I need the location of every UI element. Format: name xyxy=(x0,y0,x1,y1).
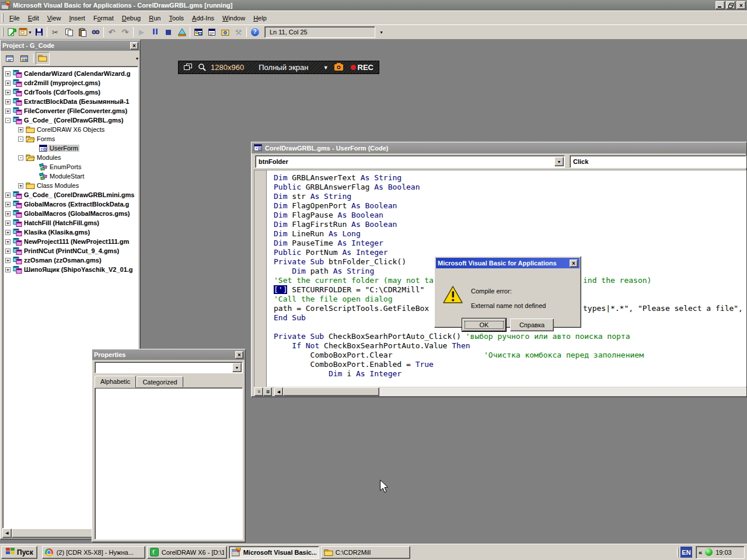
tree-expand-toggle[interactable]: - xyxy=(5,118,11,123)
tree-item[interactable]: +HatchFill (HatchFill.gms) xyxy=(3,218,138,228)
window-titlebar[interactable]: Microsoft Visual Basic for Applications … xyxy=(0,0,747,10)
tree-expand-toggle[interactable]: + xyxy=(5,108,11,114)
properties-panel-titlebar[interactable]: Properties × xyxy=(92,349,245,360)
recorder-magnifier-icon[interactable] xyxy=(198,63,206,72)
start-button[interactable]: Пуск xyxy=(1,546,37,559)
menu-view[interactable]: View xyxy=(43,12,65,24)
view-object-button[interactable] xyxy=(17,52,31,65)
tree-item[interactable]: +NewProject111 (NewProject111.gm xyxy=(3,237,138,246)
combo-dropdown-icon[interactable]: ▼ xyxy=(232,363,242,372)
code-hscroll-track[interactable] xyxy=(379,387,746,396)
event-combo[interactable]: Click xyxy=(570,155,746,168)
menu-window[interactable]: Window xyxy=(218,12,249,24)
tree-item[interactable]: +G_Code_ (CorelDrawGRBLmini.gms xyxy=(3,190,138,200)
tree-expand-toggle[interactable]: + xyxy=(5,249,11,254)
stop-icon[interactable] xyxy=(162,26,175,38)
tree-item[interactable]: +ШипоЯщик (ShipoYaschik_V2_01.g xyxy=(3,265,138,274)
properties-object-combo[interactable]: ▼ xyxy=(95,362,243,373)
project-explorer-icon[interactable] xyxy=(191,26,205,38)
taskbar-task-4[interactable]: C:\CDR2Mill xyxy=(321,546,410,559)
tree-item[interactable]: +FileConverter (FileConverter.gms) xyxy=(3,106,138,116)
ok-button[interactable]: OK xyxy=(462,318,506,331)
toggle-folders-button[interactable] xyxy=(36,52,50,65)
object-browser-icon[interactable] xyxy=(218,26,232,38)
copy-icon[interactable] xyxy=(62,26,75,38)
design-mode-icon[interactable] xyxy=(175,26,189,38)
redo-icon[interactable]: ↷ xyxy=(118,26,132,38)
menubar-grip[interactable] xyxy=(2,13,4,23)
toolbar-grip[interactable] xyxy=(2,27,4,37)
help-button[interactable]: Справка xyxy=(510,318,554,331)
tree-item[interactable]: +cdr2mill (myproject.gms) xyxy=(3,78,138,88)
run-icon[interactable]: ▶ xyxy=(135,26,148,38)
tree-item[interactable]: +GlobalMacros (ExtractBlockData.g xyxy=(3,200,138,209)
tree-item[interactable]: +Klasika (Klasika.gms) xyxy=(3,228,138,237)
tree-item[interactable]: +CdrTools (CdrTools.gms) xyxy=(3,88,138,97)
taskbar-task-1[interactable]: (2) [CDR X5-X8] - Нужна... xyxy=(42,546,145,559)
help-icon[interactable]: ? xyxy=(248,26,261,38)
properties-list[interactable] xyxy=(95,387,243,540)
menu-tools[interactable]: Tools xyxy=(165,12,188,24)
tree-item[interactable]: -G_Code_ (CorelDrawGRBL.gms) xyxy=(3,116,138,125)
toolbox-icon[interactable]: ⚒ xyxy=(232,26,245,38)
code-hscroll-thumb[interactable] xyxy=(283,387,379,396)
recorder-camera-icon[interactable] xyxy=(334,63,344,72)
tree-expand-toggle[interactable]: + xyxy=(5,267,11,272)
minimize-button[interactable] xyxy=(715,1,725,9)
project-panel-close-icon[interactable]: × xyxy=(130,42,138,50)
tree-item[interactable]: +ExtractBlockData (Безымянный-1 xyxy=(3,97,138,106)
properties-window-icon[interactable] xyxy=(205,26,218,38)
tray-recorder-icon[interactable] xyxy=(705,548,713,556)
object-combo[interactable]: btnFolder ▼ xyxy=(255,155,565,168)
tree-expand-toggle[interactable]: + xyxy=(18,183,23,188)
tree-expand-toggle[interactable]: + xyxy=(5,230,11,235)
close-button[interactable]: × xyxy=(736,1,746,9)
tree-expand-toggle[interactable]: + xyxy=(5,71,11,76)
tree-item[interactable]: +CorelDRAW X6 Objects xyxy=(3,125,138,134)
tree-item[interactable]: +PrintNCut (PrintNCut_9_4.gms) xyxy=(3,246,138,256)
tree-expand-toggle[interactable]: - xyxy=(18,136,23,142)
menu-file[interactable]: File xyxy=(5,12,24,24)
taskbar-task-3[interactable]: Microsoft Visual Basic... xyxy=(229,546,319,559)
recorder-restore-icon[interactable] xyxy=(184,64,192,72)
recorder-dropdown-icon[interactable]: ▼ xyxy=(323,65,329,71)
tree-item[interactable]: -Forms xyxy=(3,134,138,144)
menu-format[interactable]: Format xyxy=(89,12,118,24)
recorder-mode[interactable]: Полный экран xyxy=(259,63,308,72)
tree-expand-toggle[interactable]: + xyxy=(5,211,11,216)
tab-alphabetic[interactable]: Alphabetic xyxy=(95,376,136,388)
find-icon[interactable] xyxy=(89,26,102,38)
pause-icon[interactable] xyxy=(148,26,162,38)
tree-expand-toggle[interactable]: + xyxy=(18,127,23,132)
tree-expand-toggle[interactable]: + xyxy=(5,239,11,244)
paste-icon[interactable] xyxy=(75,26,89,38)
hscroll-left-arrow-icon[interactable]: ◀ xyxy=(2,528,12,538)
tree-expand-toggle[interactable]: + xyxy=(5,192,11,198)
insert-userform-icon[interactable]: ▼ xyxy=(19,26,32,38)
tree-item[interactable]: +zzOsman (zzOsman.gms) xyxy=(3,256,138,265)
dialog-close-icon[interactable]: × xyxy=(570,260,578,267)
project-toolbar-overflow-chevron[interactable]: ▾ xyxy=(136,56,138,61)
tree-item[interactable]: -Modules xyxy=(3,153,138,162)
project-panel-titlebar[interactable]: Project - G_Code × xyxy=(1,40,140,51)
code-window-titlebar[interactable]: CorelDrawGRBL.gms - UserForm (Code) xyxy=(252,142,746,153)
toolbar-overflow-chevron[interactable]: ▾ xyxy=(378,30,385,35)
view-code-button[interactable] xyxy=(2,52,16,65)
menu-debug[interactable]: Debug xyxy=(118,12,145,24)
recorder-rec-label[interactable]: REC xyxy=(358,63,374,72)
full-module-view-button[interactable]: ≣ xyxy=(263,387,272,396)
menu-insert[interactable]: Insert xyxy=(65,12,89,24)
tree-expand-toggle[interactable]: + xyxy=(5,80,11,86)
undo-icon[interactable]: ↶ xyxy=(105,26,118,38)
restore-button[interactable] xyxy=(726,1,735,9)
screen-recorder-bar[interactable]: 747x560 Полный экран ▼ REC xyxy=(178,61,379,74)
tree-expand-toggle[interactable]: + xyxy=(5,99,11,104)
cut-icon[interactable]: ✂ xyxy=(48,26,62,38)
tree-item[interactable]: EnumPorts xyxy=(3,162,138,172)
tree-item[interactable]: +Class Modules xyxy=(3,181,138,190)
tree-expand-toggle[interactable]: + xyxy=(5,202,11,207)
dialog-titlebar[interactable]: Microsoft Visual Basic for Applications … xyxy=(436,258,580,268)
vb-export-icon[interactable] xyxy=(5,26,19,38)
save-icon[interactable] xyxy=(32,26,46,38)
tree-item[interactable]: +GlobalMacros (GlobalMacros.gms) xyxy=(3,209,138,218)
